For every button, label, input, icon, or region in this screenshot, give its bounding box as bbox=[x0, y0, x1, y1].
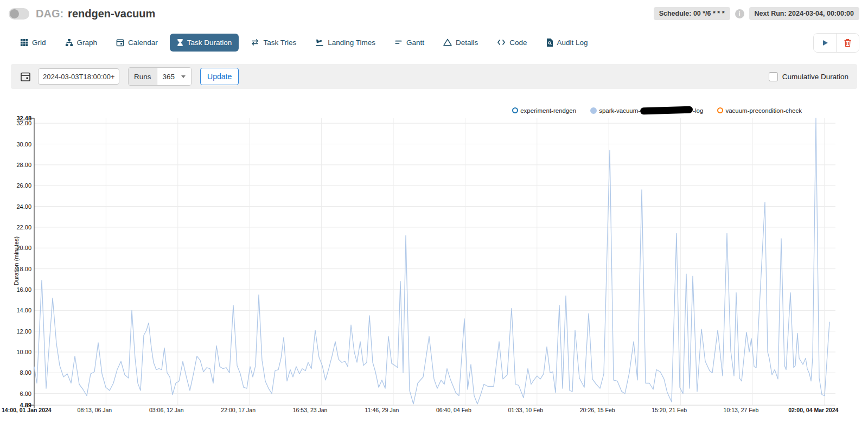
cumulative-duration-label: Cumulative Duration bbox=[782, 73, 848, 81]
cumulative-duration-checkbox[interactable] bbox=[769, 72, 778, 81]
tab-label: Code bbox=[509, 39, 527, 47]
y-tick-label: 10.00 bbox=[3, 349, 31, 355]
y-tick-label: 12.00 bbox=[3, 328, 31, 335]
x-tick-label: 06:40, 04 Feb bbox=[436, 407, 471, 413]
filter-bar: Runs 365 Update Cumulative Duration bbox=[11, 64, 857, 89]
tab-calendar[interactable]: Calendar bbox=[109, 34, 165, 52]
base-date-input[interactable] bbox=[38, 68, 119, 85]
x-tick-label: 14:00, 01 Jan 2024 bbox=[2, 407, 52, 413]
tab-task-duration[interactable]: Task Duration bbox=[170, 34, 239, 52]
trash-icon bbox=[844, 39, 852, 47]
toggle-knob bbox=[10, 9, 19, 18]
dag-name: rendgen-vacuum bbox=[68, 8, 155, 20]
tab-code[interactable]: Code bbox=[490, 34, 534, 52]
info-icon[interactable] bbox=[735, 9, 744, 18]
tab-label: Calendar bbox=[128, 39, 158, 47]
update-button[interactable]: Update bbox=[200, 68, 239, 85]
tab-label: Landing Times bbox=[328, 39, 375, 47]
x-tick-label: 20:26, 15 Feb bbox=[580, 407, 615, 413]
dag-pause-toggle[interactable] bbox=[9, 8, 29, 20]
tab-label: Details bbox=[456, 39, 478, 47]
calendar-icon bbox=[20, 71, 31, 82]
cumulative-duration-option: Cumulative Duration bbox=[769, 72, 850, 81]
duration-chart-svg bbox=[0, 103, 868, 428]
date-picker-button[interactable] bbox=[18, 68, 33, 85]
landing-icon bbox=[315, 38, 324, 47]
tab-task-tries[interactable]: Task Tries bbox=[244, 34, 303, 52]
chevron-down-icon bbox=[181, 75, 186, 78]
runs-group: Runs 365 bbox=[128, 67, 192, 86]
tab-grid[interactable]: Grid bbox=[13, 34, 53, 52]
x-tick-label: 22:00, 17 Jan bbox=[221, 407, 256, 413]
play-icon bbox=[821, 39, 829, 47]
y-tick-label: 26.00 bbox=[3, 182, 31, 189]
x-tick-label: 15:20, 21 Feb bbox=[652, 407, 687, 413]
tab-label: Gantt bbox=[406, 39, 424, 47]
audit-log-icon bbox=[546, 39, 553, 47]
hourglass-icon bbox=[177, 39, 183, 47]
code-icon bbox=[497, 39, 506, 46]
x-tick-label: 11:46, 29 Jan bbox=[365, 407, 399, 413]
y-tick-label: 20.00 bbox=[3, 245, 31, 251]
delete-dag-button[interactable] bbox=[836, 34, 859, 52]
y-tick-label: 28.00 bbox=[3, 162, 31, 168]
tab-audit-log[interactable]: Audit Log bbox=[539, 34, 595, 52]
duration-series-line bbox=[34, 118, 829, 404]
y-tick-label: 32.00 bbox=[3, 120, 31, 126]
x-tick-label: 16:53, 23 Jan bbox=[293, 407, 328, 413]
dag-header: DAG: rendgen-vacuum Schedule: 00 */6 * *… bbox=[9, 5, 859, 22]
runs-select-value: 365 bbox=[163, 73, 175, 81]
retry-icon bbox=[251, 39, 259, 46]
x-tick-label: 10:13, 27 Feb bbox=[724, 407, 759, 413]
tab-label: Task Duration bbox=[187, 39, 232, 47]
y-tick-label: 6.00 bbox=[3, 390, 31, 397]
schedule-badge: Schedule: 00 */6 * * * bbox=[654, 7, 730, 20]
x-tick-label: 02:00, 04 Mar 2024 bbox=[788, 407, 838, 413]
dag-label: DAG: bbox=[36, 8, 63, 20]
calendar-icon bbox=[116, 39, 124, 47]
details-icon bbox=[443, 39, 452, 46]
y-tick-label: 14.00 bbox=[3, 307, 31, 313]
next-run-badge: Next Run: 2024-03-04, 00:00:00 bbox=[749, 7, 859, 20]
view-tabs: GridGraphCalendarTask DurationTask Tries… bbox=[13, 32, 595, 53]
y-tick-label: 22.00 bbox=[3, 224, 31, 230]
tab-details[interactable]: Details bbox=[436, 34, 485, 52]
gantt-icon bbox=[394, 39, 403, 47]
tab-graph[interactable]: Graph bbox=[58, 34, 105, 52]
x-tick-label: 03:06, 12 Jan bbox=[149, 407, 184, 413]
trigger-dag-button[interactable] bbox=[814, 34, 836, 52]
tab-label: Grid bbox=[32, 39, 46, 47]
x-tick-label: 01:33, 10 Feb bbox=[508, 407, 543, 413]
graph-icon bbox=[65, 39, 73, 47]
tab-label: Task Tries bbox=[263, 39, 296, 47]
dag-action-buttons bbox=[813, 33, 859, 53]
schedule-info: Schedule: 00 */6 * * * Next Run: 2024-03… bbox=[654, 7, 859, 20]
tab-gantt[interactable]: Gantt bbox=[387, 34, 431, 52]
y-tick-label: 24.00 bbox=[3, 203, 31, 210]
y-tick-label: 8.00 bbox=[3, 369, 31, 376]
y-tick-label: 16.00 bbox=[3, 286, 31, 293]
y-tick-label: 18.00 bbox=[3, 266, 31, 272]
tab-label: Audit Log bbox=[557, 39, 588, 47]
grid-icon bbox=[20, 39, 28, 47]
tab-landing-times[interactable]: Landing Times bbox=[308, 33, 382, 52]
runs-select[interactable]: 365 bbox=[157, 68, 192, 85]
tab-label: Graph bbox=[77, 39, 98, 47]
y-tick-label: 30.00 bbox=[3, 141, 31, 148]
runs-label: Runs bbox=[129, 68, 157, 85]
x-tick-label: 08:13, 06 Jan bbox=[78, 407, 112, 413]
